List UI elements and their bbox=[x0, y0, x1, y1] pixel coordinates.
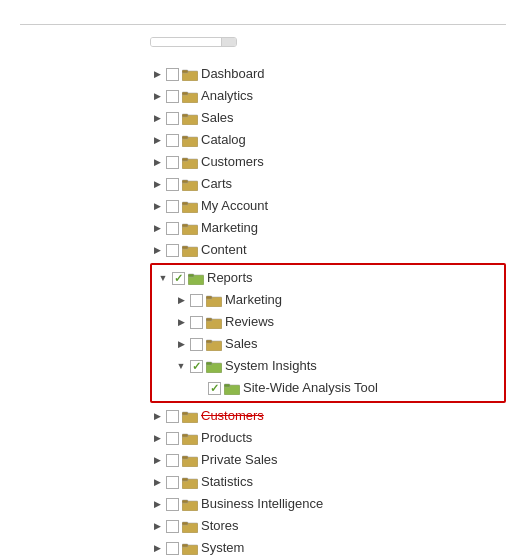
select-arrow-icon[interactable] bbox=[221, 38, 236, 46]
tree-label-myaccount: My Account bbox=[201, 196, 268, 216]
checkbox-reports[interactable] bbox=[172, 272, 185, 285]
checkbox-reports-sales[interactable] bbox=[190, 338, 203, 351]
tree-item-content: Content bbox=[150, 239, 506, 261]
tree-label-stores: Stores bbox=[201, 516, 239, 536]
svg-rect-39 bbox=[182, 500, 188, 503]
svg-rect-7 bbox=[182, 136, 188, 139]
tree-label-catalog: Catalog bbox=[201, 130, 246, 150]
select-value bbox=[151, 38, 221, 46]
checkbox-system-insights[interactable] bbox=[190, 360, 203, 373]
resource-access-select[interactable] bbox=[150, 37, 237, 47]
tree-item-sales: Sales bbox=[150, 107, 506, 129]
checkbox-system[interactable] bbox=[166, 542, 179, 555]
svg-rect-9 bbox=[182, 158, 188, 161]
tree-item-carts: Carts bbox=[150, 173, 506, 195]
checkbox-reports-marketing[interactable] bbox=[190, 294, 203, 307]
folder-icon-reports bbox=[187, 271, 205, 285]
tree-toggle-reports-marketing[interactable] bbox=[174, 293, 188, 307]
tree-label-site-wide: Site-Wide Analysis Tool bbox=[243, 378, 378, 398]
tree-label-statistics: Statistics bbox=[201, 472, 253, 492]
tree-toggle-products[interactable] bbox=[150, 431, 164, 445]
checkbox-stores[interactable] bbox=[166, 520, 179, 533]
tree-item-reports-reviews: Reviews bbox=[174, 311, 500, 333]
tree-toggle-customers[interactable] bbox=[150, 155, 164, 169]
checkbox-catalog[interactable] bbox=[166, 134, 179, 147]
tree-toggle-system[interactable] bbox=[150, 541, 164, 555]
tree-toggle-content[interactable] bbox=[150, 243, 164, 257]
tree-item-dashboard: Dashboard bbox=[150, 63, 506, 85]
checkbox-content[interactable] bbox=[166, 244, 179, 257]
checkbox-private-sales[interactable] bbox=[166, 454, 179, 467]
checkbox-sales[interactable] bbox=[166, 112, 179, 125]
folder-icon-site-wide bbox=[223, 381, 241, 395]
tree-toggle-private-sales[interactable] bbox=[150, 453, 164, 467]
tree-row-catalog: Catalog bbox=[150, 129, 506, 151]
tree-item-reports-marketing: Marketing bbox=[174, 289, 500, 311]
svg-rect-35 bbox=[182, 456, 188, 459]
tree-children-reports: Marketing Reviews Sales bbox=[156, 289, 500, 399]
tree-toggle-sales[interactable] bbox=[150, 111, 164, 125]
folder-icon-reports-marketing bbox=[205, 293, 223, 307]
tree-label-sales: Sales bbox=[201, 108, 234, 128]
tree-toggle-marketing[interactable] bbox=[150, 221, 164, 235]
checkbox-marketing[interactable] bbox=[166, 222, 179, 235]
tree-toggle-customers2[interactable] bbox=[150, 409, 164, 423]
tree-item-system-insights: System Insights Site-Wide Analysis Tool bbox=[174, 355, 500, 399]
tree-toggle-reports-reviews[interactable] bbox=[174, 315, 188, 329]
checkbox-site-wide[interactable] bbox=[208, 382, 221, 395]
tree-row-system: System bbox=[150, 537, 506, 557]
checkbox-products[interactable] bbox=[166, 432, 179, 445]
svg-rect-37 bbox=[182, 478, 188, 481]
tree-item-marketing: Marketing bbox=[150, 217, 506, 239]
tree-row-reports: Reports bbox=[156, 267, 500, 289]
tree-toggle-statistics[interactable] bbox=[150, 475, 164, 489]
checkbox-dashboard[interactable] bbox=[166, 68, 179, 81]
tree-toggle-analytics[interactable] bbox=[150, 89, 164, 103]
svg-rect-21 bbox=[206, 296, 212, 299]
tree-item-myaccount: My Account bbox=[150, 195, 506, 217]
folder-icon-customers bbox=[181, 155, 199, 169]
folder-icon-carts bbox=[181, 177, 199, 191]
folder-icon-marketing bbox=[181, 221, 199, 235]
checkbox-customers[interactable] bbox=[166, 156, 179, 169]
folder-icon-dashboard bbox=[181, 67, 199, 81]
svg-rect-25 bbox=[206, 340, 212, 343]
checkbox-business-intelligence[interactable] bbox=[166, 498, 179, 511]
svg-rect-15 bbox=[182, 224, 188, 227]
tree-toggle-catalog[interactable] bbox=[150, 133, 164, 147]
tree-item-customers2: Customers bbox=[150, 405, 506, 427]
tree-toggle-system-insights[interactable] bbox=[174, 359, 188, 373]
svg-rect-31 bbox=[182, 412, 188, 415]
svg-rect-19 bbox=[188, 274, 194, 277]
svg-rect-27 bbox=[206, 362, 212, 365]
checkbox-customers2[interactable] bbox=[166, 410, 179, 423]
tree-toggle-reports-sales[interactable] bbox=[174, 337, 188, 351]
tree-toggle-site-wide[interactable] bbox=[192, 381, 206, 395]
tree-row-dashboard: Dashboard bbox=[150, 63, 506, 85]
tree-item-system: System bbox=[150, 537, 506, 557]
tree-item-catalog: Catalog bbox=[150, 129, 506, 151]
tree-toggle-dashboard[interactable] bbox=[150, 67, 164, 81]
tree-item-stores: Stores bbox=[150, 515, 506, 537]
tree-label-reports-reviews: Reviews bbox=[225, 312, 274, 332]
folder-icon-business-intelligence bbox=[181, 497, 199, 511]
folder-icon-stores bbox=[181, 519, 199, 533]
checkbox-analytics[interactable] bbox=[166, 90, 179, 103]
checkbox-reports-reviews[interactable] bbox=[190, 316, 203, 329]
tree-toggle-carts[interactable] bbox=[150, 177, 164, 191]
tree-toggle-reports[interactable] bbox=[156, 271, 170, 285]
checkbox-myaccount[interactable] bbox=[166, 200, 179, 213]
checkbox-carts[interactable] bbox=[166, 178, 179, 191]
tree-toggle-stores[interactable] bbox=[150, 519, 164, 533]
svg-rect-43 bbox=[182, 544, 188, 547]
tree-label-private-sales: Private Sales bbox=[201, 450, 278, 470]
tree-row-reports-marketing: Marketing bbox=[174, 289, 500, 311]
tree-label-products: Products bbox=[201, 428, 252, 448]
tree-item-site-wide: Site-Wide Analysis Tool bbox=[192, 377, 500, 399]
checkbox-statistics[interactable] bbox=[166, 476, 179, 489]
tree-toggle-business-intelligence[interactable] bbox=[150, 497, 164, 511]
folder-icon-sales bbox=[181, 111, 199, 125]
tree-toggle-myaccount[interactable] bbox=[150, 199, 164, 213]
tree-row-content: Content bbox=[150, 239, 506, 261]
folder-icon-products bbox=[181, 431, 199, 445]
